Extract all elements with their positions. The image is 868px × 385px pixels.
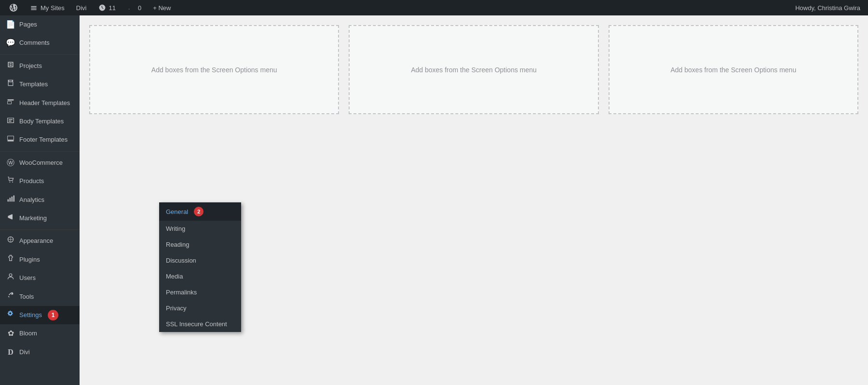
dashboard-box-1: Add boxes from the Screen Options menu [89,25,339,114]
submenu-item-discussion[interactable]: Discussion [159,252,241,268]
updates-button[interactable]: 11 [94,0,121,15]
privacy-label: Privacy [166,305,187,312]
projects-label: Projects [19,62,42,70]
sidebar-item-appearance[interactable]: Appearance [0,232,80,250]
sidebar-item-tools[interactable]: Tools [0,287,80,305]
sidebar-item-pages[interactable]: 📄 Pages [0,15,80,34]
analytics-icon [6,195,15,205]
sidebar-item-analytics[interactable]: Analytics [0,191,80,209]
submenu-item-permalinks[interactable]: Permalinks [159,284,241,300]
body-templates-label: Body Templates [19,117,64,126]
analytics-label: Analytics [19,196,44,204]
settings-icon [6,310,15,320]
comments-button[interactable]: 0 [122,0,146,15]
svg-point-1 [12,182,13,183]
wp-logo-button[interactable] [4,0,23,15]
box-placeholder-3: Add boxes from the Screen Options menu [670,66,796,74]
sidebar-item-bloom[interactable]: ✿ Bloom [0,324,80,343]
products-icon [6,176,15,186]
body-templates-icon [6,116,15,127]
sidebar-item-body-templates[interactable]: Body Templates [0,112,80,131]
sidebar-item-settings[interactable]: Settings 1 [0,306,80,324]
menu-separator-1 [0,54,80,55]
submenu-item-reading[interactable]: Reading [159,237,241,252]
menu-separator-3 [0,229,80,230]
divi-sidebar-icon: D [6,347,15,358]
admin-bar: My Sites Divi 11 0 + New Howdy, Christin… [0,0,868,15]
svg-rect-3 [10,198,11,201]
users-icon [6,273,15,283]
appearance-icon [6,236,15,246]
sidebar-item-header-templates[interactable]: Header Templates [0,94,80,112]
sidebar-item-users[interactable]: Users [0,269,80,287]
settings-submenu: General 2 Writing Reading Discussion Med… [159,202,241,332]
sidebar-item-woocommerce[interactable]: ⓦ WooCommerce [0,154,80,172]
new-content-button[interactable]: + New [148,0,176,15]
my-sites-label: My Sites [41,4,65,12]
tools-icon [6,291,15,302]
comments-count: 0 [138,4,141,12]
svg-point-0 [9,182,10,183]
reading-label: Reading [166,241,189,248]
pages-label: Pages [19,20,37,29]
bloom-label: Bloom [19,329,37,338]
marketing-icon [6,213,15,224]
header-templates-icon [6,98,15,108]
writing-label: Writing [166,225,185,232]
svg-rect-4 [12,197,13,201]
marketing-label: Marketing [19,214,47,223]
submenu-item-writing[interactable]: Writing [159,221,241,237]
box-placeholder-1: Add boxes from the Screen Options menu [151,66,277,74]
main-content: Add boxes from the Screen Options menu A… [80,15,868,385]
users-label: Users [19,274,36,282]
sidebar-item-marketing[interactable]: Marketing [0,209,80,227]
general-badge: 2 [194,207,203,216]
submenu-item-ssl[interactable]: SSL Insecure Content [159,316,241,332]
menu-separator-2 [0,151,80,152]
permalinks-label: Permalinks [166,289,197,296]
dashboard-columns: Add boxes from the Screen Options menu A… [89,25,858,114]
woocommerce-icon: ⓦ [6,158,15,168]
templates-icon [6,79,15,90]
media-label: Media [166,273,183,280]
discussion-label: Discussion [166,257,196,264]
general-label: General [166,208,188,215]
settings-badge: 1 [48,310,58,320]
sidebar-item-projects[interactable]: Projects [0,57,80,75]
projects-icon [6,61,15,71]
divi-button[interactable]: Divi [71,0,92,15]
plugins-icon [6,254,15,265]
woocommerce-label: WooCommerce [19,159,63,167]
sidebar-item-divi[interactable]: D Divi [0,343,80,361]
dashboard-box-2: Add boxes from the Screen Options menu [349,25,598,114]
howdy-text: Howdy, Christina Gwira [795,4,864,12]
sidebar-item-plugins[interactable]: Plugins [0,251,80,269]
svg-rect-5 [14,195,14,201]
submenu-item-media[interactable]: Media [159,268,241,284]
header-templates-label: Header Templates [19,99,70,107]
svg-rect-2 [8,199,9,201]
bloom-icon: ✿ [6,328,15,339]
submenu-item-privacy[interactable]: Privacy [159,300,241,316]
sidebar-item-products[interactable]: Products [0,172,80,190]
appearance-label: Appearance [19,237,53,245]
sidebar-item-comments[interactable]: 💬 Comments [0,34,80,52]
box-placeholder-2: Add boxes from the Screen Options menu [411,66,537,74]
divi-label: Divi [76,4,87,12]
plugins-label: Plugins [19,255,40,264]
admin-sidebar: 📄 Pages 💬 Comments Projects Templates He… [0,15,80,385]
dashboard-box-3: Add boxes from the Screen Options menu [609,25,858,114]
footer-templates-icon [6,134,15,145]
my-sites-button[interactable]: My Sites [25,0,69,15]
sidebar-item-footer-templates[interactable]: Footer Templates [0,131,80,149]
divi-sidebar-label: Divi [19,348,30,357]
submenu-item-general[interactable]: General 2 [159,202,241,221]
sidebar-item-templates[interactable]: Templates [0,75,80,93]
footer-templates-label: Footer Templates [19,135,68,144]
settings-label: Settings [19,311,42,319]
pages-icon: 📄 [6,19,15,30]
svg-point-7 [9,274,12,277]
products-label: Products [19,177,44,186]
updates-count: 11 [109,4,116,12]
comments-icon: 💬 [6,38,15,48]
